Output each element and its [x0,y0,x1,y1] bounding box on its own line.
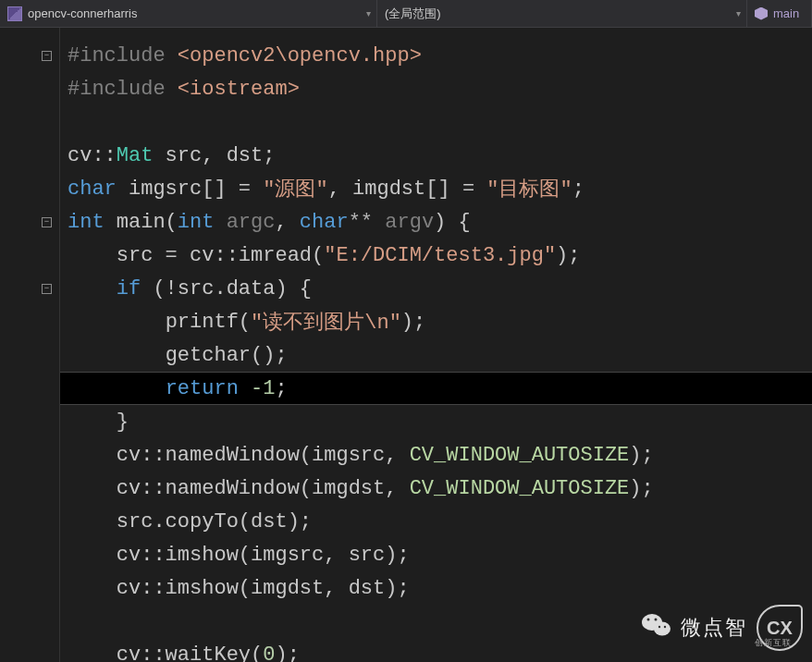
svg-point-2 [647,618,650,620]
code-line: cv::imshow(imgdst, dst); [60,571,812,605]
fold-toggle[interactable]: − [42,217,52,227]
code-line: int main(int argc, char** argv) { [60,205,812,239]
member-dropdown[interactable]: main [747,0,812,27]
code-line-current: return -1; [60,372,812,405]
code-line: src.copyTo(dst); [60,505,812,538]
code-line: char imgsrc[] = "源图", imgdst[] = "目标图"; [60,172,812,205]
chevron-down-icon: ▾ [366,8,371,18]
code-line: printf("读不到图片\n"); [60,305,812,338]
code-line: #include <iostream> [60,72,812,105]
watermark: 微点智 CX 创新互联 [642,605,803,651]
code-line: getchar(); [60,338,812,372]
code-area[interactable]: #include <opencv2\opencv.hpp> #include <… [60,28,812,662]
fold-toggle[interactable]: − [42,51,52,61]
project-name: opencv-connerharris [28,6,138,20]
code-line: cv::namedWindow(imgsrc, CV_WINDOW_AUTOSI… [60,438,812,472]
code-line: if (!src.data) { [60,272,812,305]
svg-point-5 [664,625,666,627]
cube-icon [755,7,768,20]
code-line: cv::namedWindow(imgdst, CV_WINDOW_AUTOSI… [60,472,812,505]
fold-toggle[interactable]: − [42,284,52,294]
svg-point-1 [654,621,671,635]
scope-label: (全局范围) [385,6,441,22]
code-line: cv::imshow(imgsrc, src); [60,538,812,571]
code-line [60,105,812,139]
code-line: } [60,405,812,438]
editor: − − − #include <opencv2\opencv.hpp> #inc… [0,28,812,662]
code-line: #include <opencv2\opencv.hpp> [60,39,812,72]
chevron-down-icon: ▾ [736,8,741,18]
code-line: cv::Mat src, dst; [60,139,812,172]
member-label: main [773,6,799,20]
wechat-icon [642,612,671,644]
watermark-text: 微点智 [681,614,747,642]
code-line: src = cv::imread("E:/DCIM/test3.jpg"); [60,239,812,272]
gutter: − − − [0,28,60,662]
svg-point-3 [655,618,658,620]
svg-point-4 [658,625,660,627]
watermark-sub: 创新互联 [755,637,792,649]
navigation-bar: opencv-connerharris ▾ (全局范围) ▾ main [0,0,812,28]
project-icon [7,6,22,21]
project-dropdown[interactable]: opencv-connerharris ▾ [0,0,377,27]
scope-dropdown[interactable]: (全局范围) ▾ [377,0,747,27]
